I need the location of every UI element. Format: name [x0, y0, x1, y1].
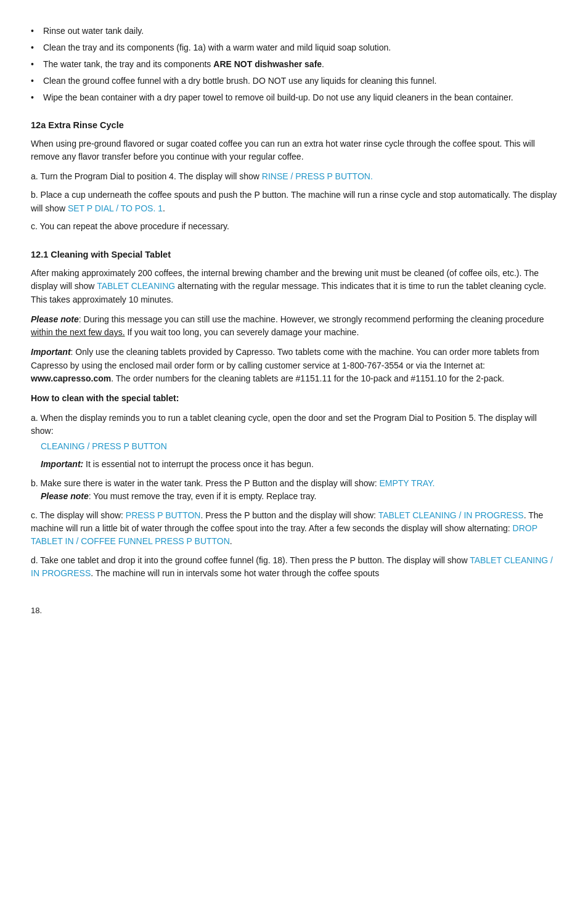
step-121-c: c. The display will show: PRESS P BUTTON… [31, 509, 557, 548]
capresso-website: www.capresso.com [31, 373, 111, 383]
please-note-1-label: Please note [31, 314, 79, 324]
cyan-tablet-cleaning: TABLET CLEANING [97, 281, 175, 291]
section-121-title: 12.1 Cleaning with Special Tablet [31, 248, 557, 262]
section-121-intro: After making approximately 200 coffees, … [31, 267, 557, 307]
section-12a-steps: a. Turn the Program Dial to position 4. … [31, 170, 557, 234]
step-121-d: d. Take one tablet and drop it into the … [31, 554, 557, 580]
important-a-label: Important: [41, 459, 86, 469]
cyan-text-set-p-dial: SET P DIAL / TO POS. 1 [68, 203, 163, 213]
bullet-list: Rinse out water tank daily. Clean the tr… [31, 25, 557, 104]
bold-text: ARE NOT dishwasher safe [213, 59, 322, 69]
cyan-press-p-button: PRESS P BUTTON [126, 510, 201, 520]
bullet-item-4: Clean the ground coffee funnel with a dr… [31, 75, 557, 88]
cyan-text-rinse: RINSE / PRESS P BUTTON. [262, 171, 373, 181]
cyan-cleaning-press-p: CLEANING / PRESS P BUTTON [41, 441, 167, 451]
section-121-note1: Please note: During this message you can… [31, 313, 557, 340]
section-12a: 12a Extra Rinse Cycle When using pre-gro… [31, 119, 557, 234]
step-12a-c: c. You can repeat the above procedure if… [31, 220, 557, 234]
section-12a-intro: When using pre-ground flavored or sugar … [31, 137, 557, 164]
step-121-a: a. When the display reminds you to run a… [31, 412, 557, 471]
bullet-item-1: Rinse out water tank daily. [31, 25, 557, 38]
how-to-title: How to clean with the special tablet: [31, 392, 557, 406]
please-note-b-label: Please note [41, 491, 89, 501]
bullet-item-2: Clean the tray and its components (fig. … [31, 41, 557, 54]
section-121-important1: Important: Only use the cleaning tablets… [31, 346, 557, 386]
underline-text: within the next few days. [31, 327, 125, 337]
step-121-b: b. Make sure there is water in the water… [31, 477, 557, 503]
cyan-empty-tray: EMPTY TRAY. [379, 478, 435, 488]
section-121: 12.1 Cleaning with Special Tablet After … [31, 248, 557, 580]
section-12a-title: 12a Extra Rinse Cycle [31, 119, 557, 132]
cyan-tablet-cleaning-progress: TABLET CLEANING / IN PROGRESS [378, 510, 524, 520]
bullet-item-5: Wipe the bean container with a dry paper… [31, 91, 557, 104]
bullet-item-3: The water tank, the tray and its compone… [31, 58, 557, 71]
step-12a-a: a. Turn the Program Dial to position 4. … [31, 170, 557, 184]
page-number: 18. [31, 605, 557, 617]
step-12a-b: b. Place a cup underneath the coffee spo… [31, 189, 557, 215]
important-1-label: Important [31, 347, 71, 357]
